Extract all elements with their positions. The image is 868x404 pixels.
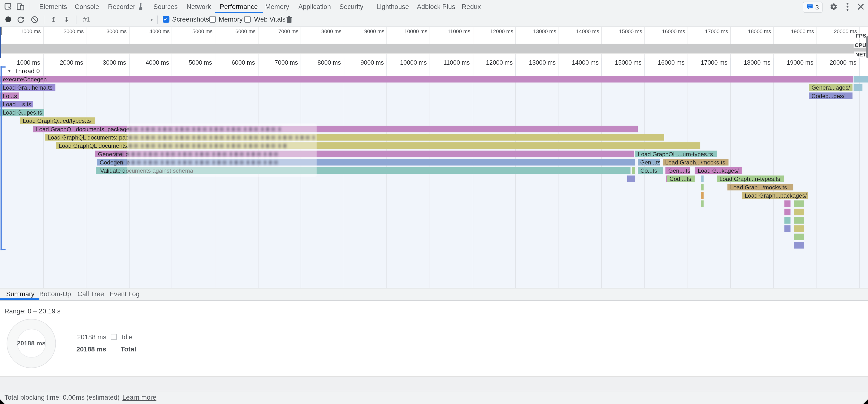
- flame-bar-fragment[interactable]: [784, 200, 791, 207]
- tab-memory[interactable]: Memory: [265, 0, 289, 13]
- flame-bar-fragment[interactable]: [627, 175, 635, 182]
- flame-bar[interactable]: Load GraphQL ...urn-types.ts: [635, 150, 717, 157]
- overview-tick-label: 12000 ms: [490, 28, 513, 34]
- flame-bar[interactable]: executeCodegen: [0, 75, 853, 83]
- flame-bar-fragment[interactable]: [794, 233, 804, 240]
- idle-value: 20188 ms: [73, 333, 106, 341]
- overview-tick-label: 4000 ms: [149, 28, 169, 34]
- trash-icon[interactable]: [285, 13, 293, 26]
- flame-bar-fragment[interactable]: [794, 225, 804, 232]
- performance-toolbar: ↥ ↧ #1 ▼ ✓ Screenshots Memory Web Vitals: [0, 13, 868, 26]
- screenshots-label[interactable]: Screenshots: [172, 13, 209, 26]
- overview-row-divider: [0, 53, 868, 54]
- drawer-tabbar: SummaryBottom-UpCall TreeEvent Log: [0, 288, 868, 301]
- save-profile-icon[interactable]: ↧: [62, 13, 71, 26]
- learn-more-link[interactable]: Learn more: [122, 394, 156, 402]
- drawer-tab-bottom-up[interactable]: Bottom-Up: [39, 288, 71, 299]
- flame-bar[interactable]: Load G...kages/: [695, 167, 742, 174]
- flame-gridline: [859, 58, 860, 288]
- tab-label: Recorder: [108, 2, 135, 10]
- collapse-triangle-icon[interactable]: ▼: [7, 68, 11, 73]
- flame-bar-fragment[interactable]: [701, 192, 703, 199]
- idle-swatch: [111, 334, 117, 340]
- drawer-tab-label: Bottom-Up: [39, 290, 71, 298]
- load-profile-icon[interactable]: ↥: [49, 13, 58, 26]
- flame-bar[interactable]: Load Graph...n-types.ts: [717, 175, 784, 182]
- experiment-flask-icon: [135, 3, 144, 10]
- flame-bar-fragment[interactable]: [701, 175, 703, 182]
- inspect-element-icon[interactable]: [3, 0, 13, 13]
- tab-network[interactable]: Network: [186, 0, 211, 13]
- flame-bar-fragment[interactable]: [794, 242, 804, 249]
- profile-select[interactable]: #1: [83, 13, 91, 26]
- web-vitals-label[interactable]: Web Vitals: [254, 13, 285, 26]
- flame-tick-label: 4000 ms: [146, 59, 169, 65]
- flame-bar-fragment[interactable]: [854, 84, 863, 91]
- flame-bar[interactable]: Load Gra...hema.ts: [0, 84, 56, 91]
- web-vitals-checkbox[interactable]: [244, 16, 251, 23]
- tab-adblock-plus[interactable]: Adblock Plus: [417, 0, 455, 13]
- flame-bar-fragment[interactable]: [632, 167, 635, 174]
- flame-bar-fragment[interactable]: [794, 217, 804, 224]
- clear-recording-button[interactable]: [30, 13, 39, 26]
- flame-bar[interactable]: Genera...ages/: [809, 84, 852, 91]
- reload-and-record-button[interactable]: [16, 13, 25, 26]
- flame-bar-fragment[interactable]: [784, 217, 791, 224]
- flame-bar[interactable]: Load Graph.../mocks.ts: [662, 159, 728, 166]
- flame-bar[interactable]: Load Graph...packages/: [742, 192, 808, 199]
- memory-label[interactable]: Memory: [219, 13, 243, 26]
- record-button[interactable]: [4, 13, 12, 26]
- device-toolbar-icon[interactable]: [16, 0, 25, 13]
- profile-select-chevron-icon[interactable]: ▼: [149, 13, 155, 26]
- flame-bar-fragment[interactable]: [794, 209, 804, 216]
- tab-application[interactable]: Application: [299, 0, 331, 13]
- drawer-tab-summary[interactable]: Summary: [6, 288, 34, 299]
- flame-bar-fragment[interactable]: [854, 75, 868, 83]
- flame-bar[interactable]: Cod....ts: [667, 175, 694, 182]
- flame-bar-fragment[interactable]: [784, 209, 791, 216]
- drawer-bottom-band: [0, 377, 868, 392]
- drawer-tab-call-tree[interactable]: Call Tree: [78, 288, 104, 299]
- memory-checkbox[interactable]: [209, 16, 216, 23]
- more-options-icon[interactable]: [843, 0, 851, 13]
- tab-recorder[interactable]: Recorder: [108, 0, 144, 13]
- flame-bar[interactable]: Codeg...ges/: [809, 92, 852, 99]
- screenshots-checkbox[interactable]: ✓: [162, 16, 169, 23]
- flame-bar[interactable]: Gen...ts: [638, 159, 659, 166]
- tab-performance[interactable]: Performance: [220, 0, 258, 13]
- flame-bar[interactable]: Load Grap.../mocks.ts: [727, 184, 793, 191]
- overview-right-grip[interactable]: [866, 36, 868, 58]
- tab-console[interactable]: Console: [75, 0, 99, 13]
- flame-bar[interactable]: Load GraphQL documents: package: [33, 125, 638, 132]
- tab-security[interactable]: Security: [339, 0, 363, 13]
- flame-bar-fragment[interactable]: [701, 184, 703, 191]
- thread-group-header[interactable]: ▼ Thread 0: [7, 67, 40, 75]
- flame-bar-fragment[interactable]: [701, 200, 703, 207]
- flame-chart[interactable]: 1000 ms2000 ms3000 ms4000 ms5000 ms6000 …: [0, 58, 868, 288]
- flame-bar-fragment[interactable]: [784, 225, 791, 232]
- redacted-text: [115, 152, 279, 156]
- flame-bar[interactable]: Load GraphQ...ed/types.ts: [20, 117, 95, 124]
- toolbar-separator: [44, 15, 44, 24]
- flame-bar[interactable]: Co...ts: [638, 167, 662, 174]
- flame-gridline: [43, 58, 43, 288]
- total-blocking-time-text: Total blocking time: 0.00ms (estimated): [4, 394, 120, 402]
- flame-bar[interactable]: Load G...pes.ts: [0, 109, 44, 116]
- tab-lighthouse[interactable]: Lighthouse: [376, 0, 409, 13]
- timeline-overview[interactable]: 1000 ms2000 ms3000 ms4000 ms5000 ms6000 …: [0, 26, 868, 59]
- tab-sources[interactable]: Sources: [153, 0, 178, 13]
- close-icon[interactable]: [856, 0, 866, 13]
- tab-elements[interactable]: Elements: [39, 0, 67, 13]
- donut-total-label: 20188 ms: [7, 319, 56, 367]
- flame-tick-label: 5000 ms: [189, 59, 212, 65]
- drawer-tab-label: Summary: [6, 290, 34, 298]
- flame-bar[interactable]: Gen....ts: [665, 167, 690, 174]
- summary-pane: Range: 0 – 20.19 s 20188 ms 20188 ms Idl…: [0, 300, 868, 377]
- tab-redux[interactable]: Redux: [462, 0, 481, 13]
- drawer-tab-event-log[interactable]: Event Log: [110, 288, 140, 299]
- flame-bar-fragment[interactable]: [794, 200, 804, 207]
- issues-counter-button[interactable]: 3: [803, 1, 823, 12]
- redacted-text: [129, 135, 315, 139]
- tab-label: Memory: [265, 2, 289, 10]
- settings-gear-icon[interactable]: [829, 0, 839, 13]
